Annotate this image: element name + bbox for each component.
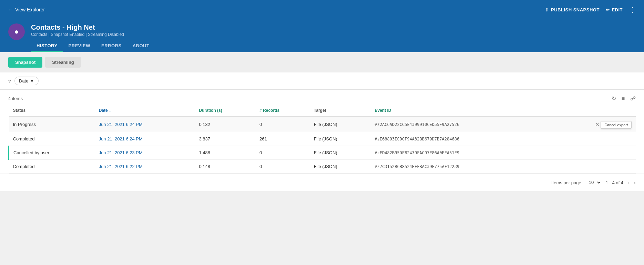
prev-page-button[interactable]: ‹ xyxy=(627,179,630,186)
next-page-button[interactable]: › xyxy=(634,179,636,186)
cell-target: File (JSON) xyxy=(310,160,371,174)
cell-event-id: #zE68893ECDCF94A32BB679D7B7A284686 xyxy=(370,132,549,146)
cell-event-id: #z7C3152B6B8524EEFBAC39F775AF12239 xyxy=(370,160,549,174)
cell-status: Cancelled by user xyxy=(9,146,95,160)
more-options-icon[interactable]: ⋮ xyxy=(629,6,636,14)
col-records: # Records xyxy=(255,105,310,117)
header-title: View Explorer xyxy=(15,7,45,12)
header-actions: ⇧ PUBLISH SNAPSHOT ✏ EDIT ⋮ xyxy=(545,6,636,14)
cell-date: Jun 21, 2021 6:23 PM xyxy=(95,146,195,160)
filter-icon[interactable]: ▿ xyxy=(8,78,11,84)
items-per-page-label: Items per page xyxy=(551,180,581,185)
table-row: Cancelled by userJun 21, 2021 6:23 PM1.4… xyxy=(9,146,636,160)
col-duration: Duration (s) xyxy=(195,105,255,117)
cell-action-empty xyxy=(549,132,636,146)
publish-icon: ⇧ xyxy=(545,7,549,12)
cell-duration: 0.148 xyxy=(195,160,255,174)
cell-target: File (JSON) xyxy=(310,146,371,160)
col-event-id: Event ID xyxy=(370,105,549,117)
tab-about[interactable]: ABOUT xyxy=(127,40,155,52)
cell-duration: 0.132 xyxy=(195,117,255,132)
edit-icon: ✏ xyxy=(606,7,610,12)
cell-date: Jun 21, 2021 6:24 PM xyxy=(95,117,195,132)
date-filter-label: Date xyxy=(19,78,28,84)
sort-arrow-icon: ↓ xyxy=(109,108,111,113)
subheader: ● Contacts - High Net Contacts | Snapsho… xyxy=(0,19,644,52)
date-link[interactable]: Jun 21, 2021 6:24 PM xyxy=(99,136,143,141)
item-count: 4 items xyxy=(8,96,23,101)
cell-target: File (JSON) xyxy=(310,132,371,146)
tab-history[interactable]: HISTORY xyxy=(31,40,63,52)
table-header-row: Status Date ↓ Duration (s) # Records Tar… xyxy=(9,105,636,117)
cell-action-empty xyxy=(549,160,636,174)
cancel-export-button[interactable]: ✕ xyxy=(595,121,600,128)
cell-event-id: #z2AC6AD22CC5E4399910CED55F9A27526 xyxy=(370,117,549,132)
cell-records: 0 xyxy=(255,117,310,132)
table-row: CompletedJun 21, 2021 6:22 PM0.1480File … xyxy=(9,160,636,174)
date-link[interactable]: Jun 21, 2021 6:22 PM xyxy=(99,164,143,169)
col-status: Status xyxy=(9,105,95,117)
header: ← View Explorer ⇧ PUBLISH SNAPSHOT ✏ EDI… xyxy=(0,0,644,19)
history-table: Status Date ↓ Duration (s) # Records Tar… xyxy=(8,105,636,174)
tab-preview[interactable]: PREVIEW xyxy=(63,40,96,52)
view-name: Contacts - High Net xyxy=(31,23,636,31)
date-link[interactable]: Jun 21, 2021 6:24 PM xyxy=(99,122,143,127)
cell-records: 0 xyxy=(255,160,310,174)
col-target: Target xyxy=(310,105,371,117)
cell-duration: 1.488 xyxy=(195,146,255,160)
chevron-down-icon: ▼ xyxy=(30,78,34,84)
tab-errors[interactable]: ERRORS xyxy=(96,40,127,52)
col-date[interactable]: Date ↓ xyxy=(95,105,195,117)
cell-records: 261 xyxy=(255,132,310,146)
per-page-select[interactable]: 10 25 50 xyxy=(585,179,602,186)
date-filter-chip[interactable]: Date ▼ xyxy=(14,77,39,85)
snapshot-toggle[interactable]: Snapshot xyxy=(8,57,42,68)
nav-tabs: HISTORY PREVIEW ERRORS ABOUT xyxy=(31,40,636,52)
edit-button[interactable]: ✏ EDIT xyxy=(606,7,623,12)
cell-duration: 3.837 xyxy=(195,132,255,146)
cell-event-id: #zED482B95DF82439FAC97E86A0FEA51E9 xyxy=(370,146,549,160)
refresh-icon[interactable]: ↻ xyxy=(612,95,616,102)
cell-target: File (JSON) xyxy=(310,117,371,132)
table-meta-actions: ↻ ≡ ☍ xyxy=(612,95,636,102)
sort-icon[interactable]: ≡ xyxy=(622,96,625,102)
subheader-info: Contacts - High Net Contacts | Snapshot … xyxy=(31,23,636,52)
col-actions xyxy=(549,105,636,117)
cell-cancel: ✕ Cancel export xyxy=(549,117,636,132)
table-row: In ProgressJun 21, 2021 6:24 PM0.1320Fil… xyxy=(9,117,636,132)
pagination: Items per page 10 25 50 1 - 4 of 4 ‹ › xyxy=(0,174,644,191)
publish-snapshot-button[interactable]: ⇧ PUBLISH SNAPSHOT xyxy=(545,7,599,12)
toggle-bar: Snapshot Streaming xyxy=(0,52,644,72)
view-meta: Contacts | Snapshot Enabled | Streaming … xyxy=(31,32,636,37)
cell-date: Jun 21, 2021 6:22 PM xyxy=(95,160,195,174)
columns-icon[interactable]: ☍ xyxy=(630,95,636,102)
cell-status: Completed xyxy=(9,132,95,146)
cell-date: Jun 21, 2021 6:24 PM xyxy=(95,132,195,146)
table-meta: 4 items ↻ ≡ ☍ xyxy=(8,90,636,105)
streaming-toggle[interactable]: Streaming xyxy=(45,57,81,68)
back-arrow-icon: ← xyxy=(8,7,13,12)
avatar: ● xyxy=(8,23,25,40)
cancel-tooltip: Cancel export xyxy=(601,121,632,129)
cell-status: In Progress xyxy=(9,117,95,132)
table-area: 4 items ↻ ≡ ☍ Status Date ↓ Duration (s)… xyxy=(0,90,644,174)
cell-status: Completed xyxy=(9,160,95,174)
pagination-range: 1 - 4 of 4 xyxy=(606,180,623,185)
cell-records: 0 xyxy=(255,146,310,160)
back-button[interactable]: ← View Explorer xyxy=(8,7,45,12)
person-icon: ● xyxy=(14,27,19,36)
cell-action-empty xyxy=(549,146,636,160)
filter-bar: ▿ Date ▼ xyxy=(0,72,644,90)
table-row: CompletedJun 21, 2021 6:24 PM3.837261Fil… xyxy=(9,132,636,146)
date-link[interactable]: Jun 21, 2021 6:23 PM xyxy=(99,150,143,155)
